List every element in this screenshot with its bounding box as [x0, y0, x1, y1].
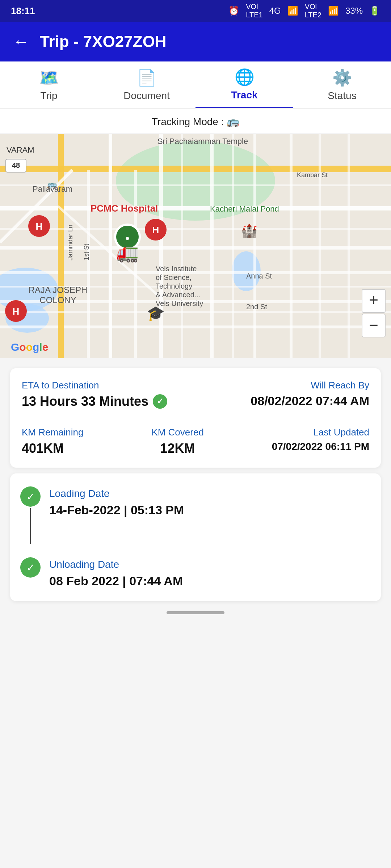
timeline-loading: ✓ Loading Date 14-Feb-2022 | 05:13 PM — [20, 486, 369, 544]
svg-text:🏰: 🏰 — [241, 223, 257, 238]
timeline-spacer — [20, 544, 369, 557]
tracking-mode-text: Tracking Mode : 🚌 — [152, 116, 239, 127]
timeline-card: ✓ Loading Date 14-Feb-2022 | 05:13 PM ✓ … — [10, 473, 381, 601]
timeline-unloading-left: ✓ — [20, 557, 41, 578]
svg-text:●: ● — [125, 234, 130, 242]
tab-status-label: Status — [328, 90, 356, 102]
svg-text:Vels Institute: Vels Institute — [156, 265, 197, 273]
eta-label: ETA to Destination — [22, 380, 167, 391]
svg-text:🎓: 🎓 — [147, 305, 165, 322]
scroll-indicator — [167, 611, 224, 614]
svg-rect-28 — [348, 134, 350, 358]
eta-row: ETA to Destination 13 Hours 33 Minutes ✓… — [22, 380, 369, 418]
km-covered-label: KM Covered — [151, 427, 204, 438]
svg-text:of Science,: of Science, — [156, 273, 192, 281]
eta-check-icon: ✓ — [153, 394, 167, 409]
timeline-loading-left: ✓ — [20, 486, 41, 544]
svg-text:RAJA JOSEPH: RAJA JOSEPH — [29, 285, 88, 295]
km-remaining-value: 401KM — [22, 441, 84, 456]
will-reach-value: 08/02/2022 07:44 AM — [251, 394, 369, 408]
header: ← Trip - 7XO27ZOH — [0, 22, 391, 61]
loading-date-label: Loading Date — [49, 488, 184, 499]
unloading-date-label: Unloading Date — [49, 559, 183, 570]
svg-rect-17 — [87, 170, 90, 358]
eta-left: ETA to Destination 13 Hours 33 Minutes ✓ — [22, 380, 167, 409]
km-covered-value: 12KM — [151, 441, 204, 456]
alarm-icon: ⏰ — [228, 6, 239, 16]
last-updated-label: Last Updated — [272, 427, 369, 438]
status-right: ⏰ VOlLTE1 4G 📶 VOlLTE2 📶 33% 🔋 — [228, 3, 380, 19]
svg-text:🚛: 🚛 — [116, 242, 139, 263]
tab-trip-label: Trip — [40, 90, 57, 102]
eta-time-text: 13 Hours 33 Minutes — [22, 394, 148, 409]
svg-text:Anna St: Anna St — [246, 272, 272, 280]
svg-text:H: H — [13, 306, 20, 317]
svg-text:COLONY: COLONY — [39, 295, 76, 305]
svg-rect-13 — [159, 134, 163, 358]
status-bar: 18:11 ⏰ VOlLTE1 4G 📶 VOlLTE2 📶 33% 🔋 — [0, 0, 391, 22]
tab-document[interactable]: 📄 Document — [98, 61, 196, 108]
tab-track[interactable]: 🌐 Track — [196, 61, 293, 108]
svg-text:H: H — [152, 225, 159, 235]
network-4g: 4G — [269, 6, 281, 16]
unloading-date-value: 08 Feb 2022 | 07:44 AM — [49, 574, 183, 588]
last-updated-value: 07/02/2022 06:11 PM — [272, 441, 369, 452]
svg-text:1st St: 1st St — [83, 244, 90, 260]
svg-rect-22 — [0, 228, 391, 230]
tab-status[interactable]: ⚙️ Status — [293, 61, 391, 108]
svg-rect-14 — [210, 134, 214, 358]
km-remaining-label: KM Remaining — [22, 427, 84, 438]
timeline-loading-content: Loading Date 14-Feb-2022 | 05:13 PM — [49, 486, 184, 517]
eta-card: ETA to Destination 13 Hours 33 Minutes ✓… — [10, 368, 381, 468]
svg-text:🚌: 🚌 — [47, 180, 57, 190]
trip-icon: 🗺️ — [39, 68, 59, 87]
timeline-unloading-content: Unloading Date 08 Feb 2022 | 07:44 AM — [49, 557, 183, 588]
trip-title: Trip - 7XO27ZOH — [40, 33, 167, 51]
svg-rect-16 — [290, 134, 293, 358]
svg-text:Google: Google — [11, 341, 48, 353]
document-icon: 📄 — [137, 68, 157, 87]
will-reach-label: Will Reach By — [251, 380, 369, 391]
network-lte1: VOlLTE1 — [246, 3, 262, 19]
loading-check-icon: ✓ — [20, 486, 41, 507]
battery-icon: 🔋 — [369, 6, 380, 16]
svg-text:Jamindar Ln: Jamindar Ln — [67, 225, 74, 260]
svg-text:2nd St: 2nd St — [246, 303, 267, 311]
svg-text:Kacheri Malai Pond: Kacheri Malai Pond — [210, 204, 279, 213]
status-icon: ⚙️ — [332, 68, 352, 87]
signal-icon-2: 📶 — [328, 6, 339, 16]
tab-track-label: Track — [231, 89, 257, 101]
svg-rect-15 — [253, 134, 256, 358]
svg-text:Technology: Technology — [156, 282, 192, 290]
km-covered: KM Covered 12KM — [151, 427, 204, 456]
svg-rect-12 — [109, 134, 112, 358]
tab-trip[interactable]: 🗺️ Trip — [0, 61, 98, 108]
svg-text:−: − — [369, 316, 378, 334]
unloading-check-icon: ✓ — [20, 557, 41, 578]
svg-text:& Advanced...: & Advanced... — [156, 291, 200, 299]
tracking-mode-bar: Tracking Mode : 🚌 — [0, 109, 391, 134]
eta-value: 13 Hours 33 Minutes ✓ — [22, 394, 167, 409]
timeline-connector — [30, 508, 31, 544]
back-button[interactable]: ← — [13, 33, 29, 51]
tab-document-label: Document — [123, 90, 170, 102]
network-lte2: VOlLTE2 — [305, 3, 321, 19]
loading-date-value: 14-Feb-2022 | 05:13 PM — [49, 503, 184, 517]
tab-bar: 🗺️ Trip 📄 Document 🌐 Track ⚙️ Status — [0, 61, 391, 109]
km-row: KM Remaining 401KM KM Covered 12KM Last … — [22, 427, 369, 456]
svg-text:H: H — [36, 221, 43, 232]
battery-level: 33% — [345, 6, 363, 16]
map-view[interactable]: 48 Sri Pachaiamman Temple Pallavaram 🚌 V… — [0, 134, 391, 358]
svg-text:VARAM: VARAM — [7, 145, 34, 154]
timeline-unloading: ✓ Unloading Date 08 Feb 2022 | 07:44 AM — [20, 557, 369, 588]
svg-rect-26 — [232, 134, 234, 358]
svg-text:Sri Pachaiamman Temple: Sri Pachaiamman Temple — [157, 137, 248, 146]
svg-text:PCMC Hospital: PCMC Hospital — [91, 203, 158, 214]
svg-rect-25 — [181, 134, 183, 358]
status-time: 18:11 — [11, 5, 35, 17]
km-remaining: KM Remaining 401KM — [22, 427, 84, 456]
svg-rect-11 — [58, 134, 64, 358]
signal-icon: 📶 — [287, 6, 298, 16]
svg-rect-27 — [319, 134, 321, 358]
svg-text:+: + — [369, 291, 378, 309]
